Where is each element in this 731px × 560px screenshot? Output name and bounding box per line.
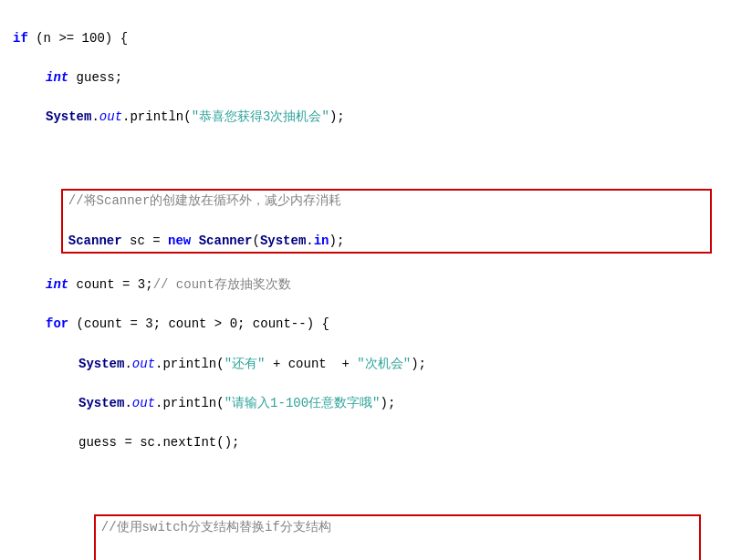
line-9: guess = sc.nextInt();	[13, 435, 239, 450]
line-6: for (count = 3; count > 0; count--) {	[13, 316, 329, 331]
line-1: if (n >= 100) {	[13, 31, 128, 46]
highlight-box-2: //使用switch分支结构替换if分支结构 switch (guess) { …	[94, 514, 701, 560]
line-7: System.out.println("还有" + count + "次机会")…	[13, 357, 426, 371]
line-5: int count = 3;// count存放抽奖次数	[13, 277, 291, 292]
highlight-box-1: //将Scanner的创建放在循环外，减少内存消耗 Scanner sc = n…	[61, 189, 712, 254]
code-display: if (n >= 100) { int guess; System.out.pr…	[13, 9, 718, 560]
line-2: int guess;	[13, 70, 122, 85]
line-3: System.out.println("恭喜您获得3次抽机会");	[13, 109, 345, 124]
line-8: System.out.println("请输入1-100任意数字哦");	[13, 396, 395, 410]
